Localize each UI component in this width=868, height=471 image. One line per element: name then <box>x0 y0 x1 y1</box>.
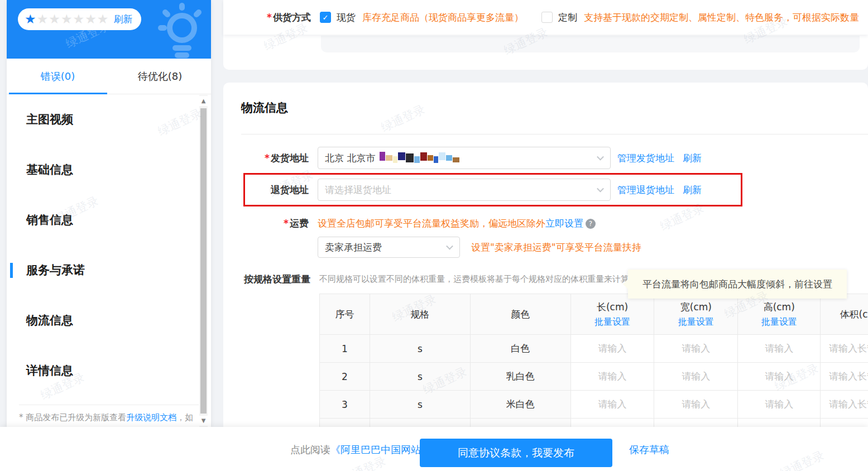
sidebar-item-0[interactable]: 主图视频 <box>7 94 211 145</box>
volume-input[interactable]: 请输入长*宽*高 <box>821 335 868 362</box>
weight-desc: 不同规格可以设置不同的体积重量，运费模板将基于每个规格对应的体积重量来计算运费 <box>319 273 646 285</box>
table-row: 3s米白色请输入请输入请输入请输入长*宽*高 <box>320 390 868 418</box>
return-address-select[interactable]: 请选择退货地址 <box>318 179 611 201</box>
freight-tip-text: 设置"卖家承担运费"可享受平台流量扶持 <box>471 241 641 254</box>
scroll-up-icon[interactable]: ▲ <box>199 96 208 106</box>
tab-errors[interactable]: 错误(0) <box>7 59 109 94</box>
spot-desc: 库存充足商品（现货商品享更多流量） <box>362 11 524 24</box>
freight-bearer-select[interactable]: 卖家承担运费 <box>318 237 460 258</box>
supply-label: *供货方式 <box>243 11 311 24</box>
note-text: * 商品发布已升级为新版查看 <box>19 412 126 422</box>
column-title: 长(cm) <box>597 301 628 314</box>
volume-input[interactable]: 请输入长*宽*高 <box>821 363 868 390</box>
return-address-refresh-link[interactable]: 刷新 <box>683 184 702 196</box>
sidebar-item-label: 服务与承诺 <box>26 262 85 278</box>
batch-set-link[interactable]: 批量设置 <box>678 316 714 328</box>
mosaic-block <box>434 156 438 163</box>
sidebar-item-4[interactable]: 物流信息 <box>7 295 211 345</box>
table-row: 1s白色请输入请输入请输入请输入长*宽*高 <box>320 334 868 362</box>
mosaic-block <box>439 152 445 160</box>
chevron-down-icon <box>597 185 604 193</box>
manage-return-address-link[interactable]: 管理退货地址 <box>617 184 674 196</box>
scrollbar-thumb[interactable] <box>200 108 207 414</box>
cell-index: 3 <box>320 391 370 418</box>
batch-set-link[interactable]: 批量设置 <box>761 316 797 328</box>
sidebar-item-label: 物流信息 <box>26 313 73 328</box>
spec-weight-table: 序号规格颜色长(cm)批量设置宽(cm)批量设置高(cm)批量设置体积(cm³)… <box>319 294 868 427</box>
ship-address-label: *发货地址 <box>241 152 309 165</box>
width-input[interactable]: 请输入 <box>654 391 738 418</box>
sidebar-item-5[interactable]: 详情信息 <box>7 345 211 396</box>
save-draft-link[interactable]: 保存草稿 <box>629 443 669 456</box>
table-row: 2s乳白色请输入请输入请输入请输入长*宽*高 <box>320 362 868 390</box>
column-title: 序号 <box>335 308 354 321</box>
sidebar-item-label: 基础信息 <box>26 162 73 177</box>
height-input[interactable]: 请输入 <box>738 363 821 390</box>
mosaic-block <box>414 156 420 163</box>
column-title: 高(cm) <box>764 301 795 314</box>
ship-address-refresh-link[interactable]: 刷新 <box>683 152 702 165</box>
width-input[interactable]: 请输入 <box>654 335 738 362</box>
table-body: 1s白色请输入请输入请输入请输入长*宽*高2s乳白色请输入请输入请输入请输入长*… <box>320 334 868 427</box>
censored-address-mosaic <box>380 153 459 162</box>
publish-button[interactable]: 同意协议条款，我要发布 <box>420 439 612 467</box>
spot-checkbox[interactable]: ✓ <box>320 12 331 23</box>
tab-optimize[interactable]: 待优化(8) <box>109 59 211 94</box>
table-row: 4x白色请输入请输入请输入请输入长*宽*高 <box>320 418 868 427</box>
length-input[interactable]: 请输入 <box>571 335 655 362</box>
height-input[interactable]: 请输入 <box>738 335 821 362</box>
height-input[interactable]: 请输入 <box>738 391 821 418</box>
sidebar-item-3[interactable]: 服务与承诺 <box>7 245 211 295</box>
width-input[interactable]: 请输入 <box>654 419 738 427</box>
table-header-cell: 高(cm)批量设置 <box>738 294 821 334</box>
cell-index: 2 <box>320 363 370 390</box>
batch-set-link[interactable]: 批量设置 <box>594 316 630 328</box>
column-title: 体积(cm³) <box>840 308 868 321</box>
publish-footer: 点此阅读《阿里巴巴中国网站总则》 同意协议条款，我要发布 保存草稿 <box>0 427 868 471</box>
table-header-cell: 长(cm)批量设置 <box>571 294 655 334</box>
cell-color: 白色 <box>471 335 571 362</box>
freight-label: *运费 <box>241 217 309 230</box>
lightbulb-icon <box>151 1 207 58</box>
sidebar-item-2[interactable]: 销售信息 <box>7 195 211 245</box>
freight-setup-link[interactable]: 立即设置 <box>545 217 583 230</box>
length-input[interactable]: 请输入 <box>571 391 655 418</box>
help-question-icon[interactable]: ? <box>586 219 596 229</box>
volume-input[interactable]: 请输入长*宽*高 <box>821 419 868 427</box>
scroll-down-icon[interactable]: ▼ <box>199 416 208 426</box>
required-asterisk: * <box>267 12 272 23</box>
logistics-card: 物流信息 *发货地址 北京 北京市 管理发货地址 刷新 退货地址 请选择退货地址 <box>223 83 868 427</box>
rating-stars: ★★★★★★★ <box>25 13 109 26</box>
sidebar-menu: 主图视频基础信息销售信息服务与承诺物流信息详情信息 <box>7 94 211 396</box>
ship-address-value: 北京 北京市 <box>325 152 375 165</box>
chevron-down-icon <box>446 243 453 250</box>
spot-label: 现货 <box>337 11 356 24</box>
length-input[interactable]: 请输入 <box>571 419 655 427</box>
sidebar-tabs: 错误(0) 待优化(8) <box>7 59 211 94</box>
ship-address-select[interactable]: 北京 北京市 <box>318 147 611 169</box>
sidebar-scrollbar[interactable]: ▲ ▼ <box>199 95 208 427</box>
table-header-row: 序号规格颜色长(cm)批量设置宽(cm)批量设置高(cm)批量设置体积(cm³) <box>320 294 868 334</box>
sidebar-divider <box>19 405 199 405</box>
cell-spec: s <box>370 335 471 362</box>
supply-row: *供货方式 ✓ 现货 库存充足商品（现货商品享更多流量） 定制 支持基于现款的交… <box>223 0 868 35</box>
required-asterisk: * <box>265 152 270 164</box>
length-input[interactable]: 请输入 <box>571 363 655 390</box>
star-icon: ★ <box>85 13 97 26</box>
width-input[interactable]: 请输入 <box>654 363 738 390</box>
return-address-placeholder: 请选择退货地址 <box>325 184 391 196</box>
upgrade-doc-link[interactable]: 升级说明文档 <box>126 412 176 422</box>
height-input[interactable]: 请输入 <box>738 419 821 427</box>
table-header-cell: 宽(cm)批量设置 <box>654 294 738 334</box>
return-address-highlight-box: 退货地址 请选择退货地址 管理退货地址 刷新 <box>243 173 742 206</box>
sidebar-item-1[interactable]: 基础信息 <box>7 145 211 195</box>
custom-checkbox[interactable] <box>541 12 553 23</box>
rating-refresh-link[interactable]: 刷新 <box>113 13 132 26</box>
manage-ship-address-link[interactable]: 管理发货地址 <box>617 152 674 165</box>
table-header-cell: 颜色 <box>471 294 571 334</box>
cell-color: 米白色 <box>471 391 571 418</box>
cell-spec: s <box>370 391 471 418</box>
previous-section-input-bottom <box>321 36 860 52</box>
required-asterisk: * <box>284 218 289 229</box>
volume-input[interactable]: 请输入长*宽*高 <box>821 391 868 418</box>
